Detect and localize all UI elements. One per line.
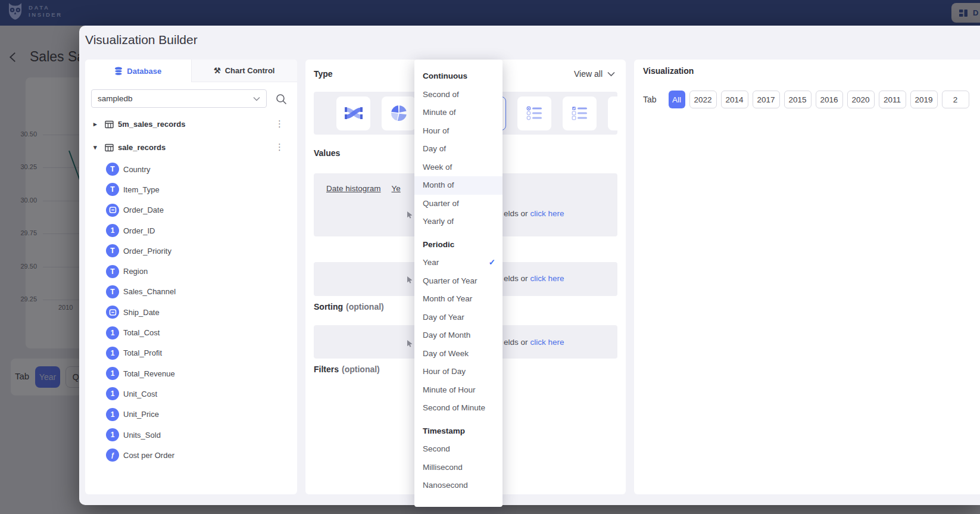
viz-tab-all[interactable]: All bbox=[669, 91, 685, 108]
viz-tab-2011[interactable]: 2011 bbox=[879, 91, 906, 108]
viz-tab-2015[interactable]: 2015 bbox=[784, 91, 812, 108]
field-name: Item_Type bbox=[123, 185, 160, 194]
dropdown-item[interactable]: Millisecond bbox=[414, 459, 503, 477]
dropdown-item[interactable]: Nanosecond bbox=[414, 476, 503, 495]
sorting-label: Sorting(optional) bbox=[314, 302, 384, 311]
field-item[interactable]: 1Units_Sold bbox=[85, 425, 297, 445]
chevron-down-icon bbox=[253, 96, 260, 101]
visualization-panel: Visualization Tab All2022201420172015201… bbox=[634, 60, 980, 494]
dropdown-item[interactable]: Minute of bbox=[414, 104, 503, 122]
viz-tab-2019[interactable]: 2019 bbox=[910, 91, 938, 108]
search-button[interactable] bbox=[276, 92, 290, 106]
tab-database[interactable]: Database bbox=[85, 60, 191, 82]
values-pill-year[interactable]: Ye bbox=[392, 184, 401, 193]
view-all-button[interactable]: View all bbox=[570, 68, 619, 79]
caret-right-icon[interactable]: ▸ bbox=[93, 120, 101, 128]
tab-chart-control[interactable]: ⚒ Chart Control bbox=[191, 60, 298, 82]
radio-list-card[interactable] bbox=[517, 96, 551, 130]
search-icon bbox=[276, 94, 290, 105]
kebab-menu-icon[interactable]: ⋮ bbox=[271, 141, 288, 153]
field-name: Units_Sold bbox=[123, 431, 161, 440]
top-navbar: DATA INSIDER D bbox=[0, 0, 980, 26]
viz-tab-label: Tab bbox=[643, 95, 657, 104]
viz-tab-2022[interactable]: 2022 bbox=[689, 91, 717, 108]
dropdown-item[interactable]: Hour of bbox=[414, 122, 503, 141]
database-select[interactable]: sampledb bbox=[91, 89, 267, 108]
field-item[interactable]: 1Total_Revenue bbox=[85, 363, 297, 384]
date-field-icon bbox=[106, 204, 119, 217]
type-label: Type bbox=[314, 69, 333, 79]
number-field-icon: 1 bbox=[106, 367, 119, 380]
dropdown-item[interactable]: Yearly of bbox=[414, 213, 503, 231]
tools-icon: ⚒ bbox=[214, 66, 221, 75]
viz-tab-2017[interactable]: 2017 bbox=[753, 91, 780, 108]
viz-tab-2016[interactable]: 2016 bbox=[816, 91, 843, 108]
dropdown-item[interactable]: Quarter of bbox=[414, 195, 503, 213]
pie-chart-icon bbox=[389, 103, 409, 123]
field-item[interactable]: Order_Date bbox=[85, 200, 297, 220]
sankey-chart-card[interactable] bbox=[336, 96, 370, 130]
table-row-5m-sales-records[interactable]: ▸ 5m_sales_records ⋮ bbox=[85, 113, 297, 136]
field-item[interactable]: TRegion bbox=[85, 261, 297, 281]
field-item[interactable]: 1Total_Cost bbox=[85, 322, 297, 342]
field-item[interactable]: TCountry bbox=[85, 159, 297, 179]
field-item[interactable]: 1Order_ID bbox=[85, 220, 297, 241]
left-panel-tabbar: Database ⚒ Chart Control bbox=[85, 60, 297, 82]
checkbox-list-card[interactable] bbox=[563, 96, 597, 130]
dropdown-item[interactable]: Day of Week bbox=[414, 345, 503, 363]
dropdown-item[interactable]: Hour of Day bbox=[414, 363, 503, 381]
viz-tab-2014[interactable]: 2014 bbox=[721, 91, 748, 108]
field-item[interactable]: Ship_Date bbox=[85, 302, 297, 322]
table-row-sale-records[interactable]: ▾ sale_records ⋮ bbox=[85, 136, 297, 159]
values-click-here-link[interactable]: click here bbox=[530, 209, 564, 218]
cursor-icon bbox=[407, 210, 413, 221]
sorting-click-here-link[interactable]: click here bbox=[530, 274, 564, 283]
dashboards-button[interactable]: D bbox=[951, 3, 980, 23]
dropdown-item[interactable]: Second bbox=[414, 440, 503, 459]
check-icon: ✓ bbox=[489, 254, 495, 272]
field-item[interactable]: TOrder_Priority bbox=[85, 241, 297, 261]
field-item[interactable]: TSales_Channel bbox=[85, 282, 297, 302]
dropdown-item[interactable]: Day of bbox=[414, 140, 503, 158]
field-name: Unit_Price bbox=[123, 410, 159, 419]
dropdown-item[interactable]: Month of Year bbox=[414, 290, 503, 309]
dropdown-item[interactable]: Day of Month bbox=[414, 326, 503, 345]
field-item[interactable]: 1Total_Profit bbox=[85, 343, 297, 363]
database-icon bbox=[114, 67, 123, 76]
field-name: Total_Revenue bbox=[123, 369, 175, 378]
dropdown-item[interactable]: Year✓ bbox=[414, 254, 503, 272]
filters-click-here-link[interactable]: click here bbox=[530, 338, 564, 347]
text-field-icon: T bbox=[106, 285, 119, 298]
viz-tab-2[interactable]: 2 bbox=[942, 91, 969, 108]
owl-logo-icon bbox=[7, 2, 23, 20]
dropdown-item[interactable]: Second of Minute bbox=[414, 399, 503, 418]
field-item[interactable]: 1Unit_Price bbox=[85, 404, 297, 425]
field-item[interactable]: ƒCost per Order bbox=[85, 445, 297, 465]
dropdown-item[interactable]: Second of bbox=[414, 86, 503, 104]
cursor-icon bbox=[407, 275, 413, 286]
field-name: Sales_Channel bbox=[123, 287, 176, 296]
dropdown-item[interactable]: Quarter of Year bbox=[414, 272, 503, 291]
table-grid-icon bbox=[105, 120, 114, 129]
dropdown-item[interactable]: Week of bbox=[414, 158, 503, 177]
table-grid-icon bbox=[105, 144, 114, 152]
kebab-menu-icon[interactable]: ⋮ bbox=[271, 118, 288, 130]
table-chart-card[interactable] bbox=[608, 96, 617, 130]
field-item[interactable]: TItem_Type bbox=[85, 179, 297, 200]
app-logo: DATA INSIDER bbox=[7, 2, 63, 20]
dropdown-item[interactable]: Day of Year bbox=[414, 309, 503, 327]
field-name: Total_Cost bbox=[123, 328, 160, 337]
field-item[interactable]: 1Unit_Cost bbox=[85, 384, 297, 404]
caret-down-icon[interactable]: ▾ bbox=[93, 144, 101, 151]
field-name: Ship_Date bbox=[123, 308, 160, 317]
dropdown-item[interactable]: Month of bbox=[414, 176, 503, 195]
dropdown-item[interactable]: Minute of Hour bbox=[414, 381, 503, 400]
table-chart-icon bbox=[615, 103, 618, 123]
filters-label: Filters(optional) bbox=[314, 365, 380, 374]
checkbox-list-icon bbox=[570, 103, 590, 123]
pie-chart-card[interactable] bbox=[382, 96, 416, 130]
values-pill-date-histogram[interactable]: Date histogram bbox=[326, 184, 381, 193]
fields-list: TCountryTItem_TypeOrder_Date1Order_IDTOr… bbox=[85, 159, 297, 465]
field-name: Region bbox=[123, 267, 148, 276]
viz-tab-2020[interactable]: 2020 bbox=[847, 91, 875, 108]
